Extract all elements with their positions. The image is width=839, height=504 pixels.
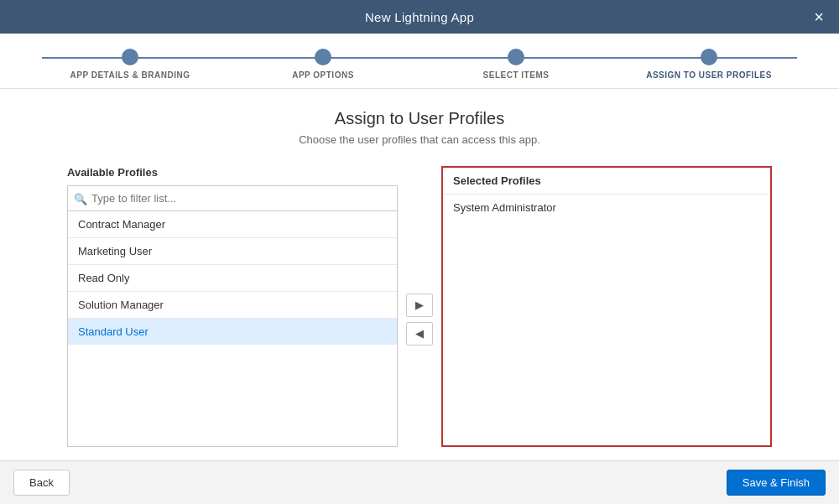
list-item[interactable]: System Administrator xyxy=(443,195,770,221)
available-panel: Available Profiles 🔍 Contract Manager Ma… xyxy=(67,166,398,447)
filter-input[interactable] xyxy=(67,185,398,211)
title-bar: New Lightning App × xyxy=(0,0,839,34)
app-title: New Lightning App xyxy=(365,10,474,24)
step-select-items: SELECT ITEMS xyxy=(420,49,612,80)
step-label-3: SELECT ITEMS xyxy=(483,70,550,80)
list-item[interactable]: Standard User xyxy=(68,319,397,345)
page-title: Assign to User Profiles xyxy=(67,109,772,128)
stepper-container: APP DETAILS & BRANDING APP OPTIONS SELEC… xyxy=(0,34,839,89)
list-item[interactable]: Read Only xyxy=(68,265,397,292)
selected-panel-title: Selected Profiles xyxy=(443,168,770,195)
filter-wrapper: 🔍 xyxy=(67,185,398,211)
step-label-1: APP DETAILS & BRANDING xyxy=(70,70,190,80)
available-profiles-list: Contract Manager Marketing User Read Onl… xyxy=(67,211,398,447)
page-subtitle: Choose the user profiles that can access… xyxy=(67,133,772,146)
step-assign-profiles: ASSIGN TO USER PROFILES xyxy=(612,49,805,80)
footer: Back Save & Finish xyxy=(0,460,839,504)
close-button[interactable]: × xyxy=(809,5,829,29)
move-right-button[interactable]: ▶ xyxy=(406,294,433,317)
profiles-area: Available Profiles 🔍 Contract Manager Ma… xyxy=(67,166,772,447)
selected-panel: Selected Profiles System Administrator xyxy=(441,166,772,447)
list-item[interactable]: Solution Manager xyxy=(68,292,397,319)
list-item[interactable]: Contract Manager xyxy=(68,211,397,238)
list-item[interactable]: Marketing User xyxy=(68,238,397,265)
step-app-options: APP OPTIONS xyxy=(227,49,420,80)
selected-panel-box: Selected Profiles System Administrator xyxy=(441,166,772,447)
stepper: APP DETAILS & BRANDING APP OPTIONS SELEC… xyxy=(34,49,805,80)
step-label-2: APP OPTIONS xyxy=(292,70,354,80)
step-circle-2 xyxy=(315,49,331,65)
step-circle-3 xyxy=(508,49,524,65)
step-circle-1 xyxy=(122,49,138,65)
back-button[interactable]: Back xyxy=(13,470,70,496)
main-content: Assign to User Profiles Choose the user … xyxy=(0,89,839,460)
arrow-buttons: ▶ ◀ xyxy=(398,166,441,447)
step-app-details: APP DETAILS & BRANDING xyxy=(34,49,227,80)
search-icon: 🔍 xyxy=(74,192,87,205)
available-panel-title: Available Profiles xyxy=(67,166,398,179)
move-left-button[interactable]: ◀ xyxy=(406,322,433,346)
step-label-4: ASSIGN TO USER PROFILES xyxy=(646,70,772,80)
save-finish-button[interactable]: Save & Finish xyxy=(727,470,826,496)
selected-profiles-list: System Administrator xyxy=(443,195,770,445)
step-circle-4 xyxy=(701,49,717,65)
